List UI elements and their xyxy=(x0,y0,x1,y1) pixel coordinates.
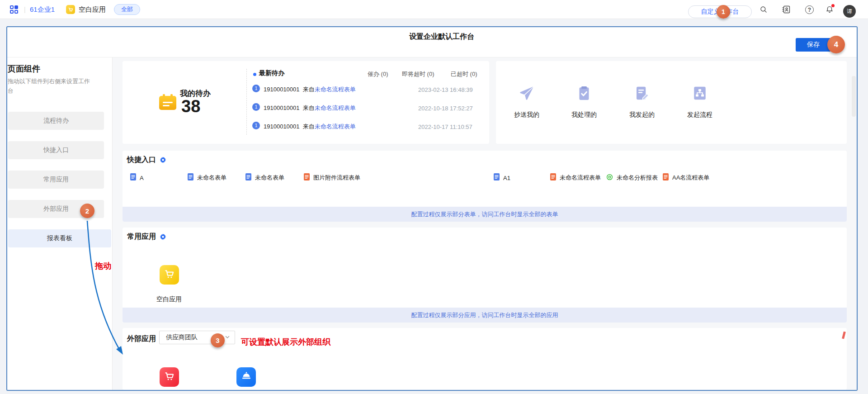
todo-code: 19100010001 xyxy=(264,86,300,93)
shortcut-label: 我处理的 xyxy=(561,111,607,119)
todo-from: 来自 xyxy=(303,104,315,111)
sidebar-item-label: 常用应用 xyxy=(43,176,69,184)
send-icon xyxy=(519,95,535,103)
bullet-dot xyxy=(253,73,256,76)
company-name[interactable]: 61企业1 xyxy=(30,5,55,14)
calendar-icon xyxy=(159,96,176,110)
form-file-icon xyxy=(550,173,556,182)
shortcut-initiated-by-me[interactable]: 我发起的 xyxy=(619,85,665,119)
quick-entry-item[interactable]: 未命名表单 xyxy=(188,174,226,182)
todo-form-link[interactable]: 未命名流程表单 xyxy=(315,123,356,130)
avatar[interactable]: 谭 xyxy=(843,5,856,18)
contacts-icon[interactable] xyxy=(781,5,791,14)
quick-entry-item[interactable]: 未命名流程表单 xyxy=(550,174,601,182)
row-count-badge: 1 xyxy=(252,85,260,92)
search-icon[interactable] xyxy=(759,5,769,14)
todo-time: 2022-10-17 11:10:57 xyxy=(418,123,472,130)
annotation-badge-4: 4 xyxy=(827,36,845,53)
todo-form-link[interactable]: 未命名流程表单 xyxy=(315,86,356,93)
navbar-separator: | xyxy=(24,6,26,13)
quick-entry-label: A xyxy=(140,175,144,181)
top-navbar: | 61企业1 空白应用 全部 自定义工作台 ? 谭 xyxy=(0,0,868,19)
todo-code: 19100010001 xyxy=(264,123,300,130)
quick-entry-label: 未命名流程表单 xyxy=(560,174,601,182)
drag-annotation-label: 拖动 xyxy=(95,261,111,271)
form-file-icon xyxy=(130,173,136,182)
shortcut-label: 发起流程 xyxy=(677,111,722,119)
quick-entry-label: A1 xyxy=(503,175,510,181)
latest-todo-label: 最新待办 xyxy=(259,69,284,77)
drag-arrow xyxy=(68,199,140,362)
shortcut-cc-to-me[interactable]: 抄送我的 xyxy=(504,85,549,119)
quick-entry-label: 未命名表单 xyxy=(197,174,226,182)
external-app-icon-red[interactable] xyxy=(160,367,179,387)
blank-app-icon[interactable] xyxy=(160,265,179,285)
todo-row[interactable]: 19100010001 来自未命名流程表单 xyxy=(264,123,356,131)
current-app-name[interactable]: 空白应用 xyxy=(79,5,106,14)
todo-row[interactable]: 19100010001 来自未命名流程表单 xyxy=(264,104,356,112)
sidebar-item-quick-entry[interactable]: 快捷入口 xyxy=(8,141,104,159)
notification-dot xyxy=(831,4,835,7)
form-file-icon xyxy=(663,173,669,182)
shortcut-label: 抄送我的 xyxy=(504,111,549,119)
tab-urge[interactable]: 催办 (0) xyxy=(368,70,388,78)
panel-scrollbar-thumb[interactable] xyxy=(852,76,856,117)
quick-entry-label: AA名流程表单 xyxy=(672,174,709,182)
sidebar-subtitle: 拖动以下组件到右侧来设置工作台 xyxy=(8,76,94,95)
todo-time: 2022-10-18 17:52:27 xyxy=(418,105,473,112)
cloche-icon xyxy=(241,370,252,384)
todo-form-link[interactable]: 未命名流程表单 xyxy=(315,104,356,111)
tab-about-to-timeout[interactable]: 即将超时 (0) xyxy=(402,70,434,78)
quick-entry-item[interactable]: AA名流程表单 xyxy=(663,174,709,182)
row-count-badge: 1 xyxy=(252,103,260,111)
quick-entry-item[interactable]: 未命名表单 xyxy=(245,174,284,182)
todo-count: 38 xyxy=(181,97,200,116)
annotation-badge-1: 1 xyxy=(717,5,730,19)
chevron-down-icon xyxy=(225,333,230,342)
annotation-badge-3: 3 xyxy=(211,333,225,347)
external-annotation-note: 可设置默认展示外部组织 xyxy=(241,337,330,347)
clipboard-check-icon xyxy=(576,95,592,103)
flow-chart-icon xyxy=(692,95,708,103)
shortcut-label: 我发起的 xyxy=(619,111,665,119)
todo-time: 2023-02-13 16:48:39 xyxy=(418,86,473,93)
todo-code: 19100010001 xyxy=(264,104,300,111)
form-file-icon xyxy=(188,173,193,182)
analysis-report-icon xyxy=(606,174,613,182)
quick-entry-item[interactable]: A1 xyxy=(494,174,510,182)
shortcut-handled-by-me[interactable]: 我处理的 xyxy=(561,85,607,119)
bell-icon[interactable] xyxy=(825,4,835,14)
common-app-label: 空白应用 xyxy=(151,295,187,304)
sidebar-item-common-apps[interactable]: 常用应用 xyxy=(8,171,104,189)
quick-entry-item[interactable]: 未命名分析报表 xyxy=(606,174,658,182)
gear-icon[interactable] xyxy=(160,233,166,242)
filter-all-pill[interactable]: 全部 xyxy=(114,4,140,15)
sidebar-item-process-todo[interactable]: 流程待办 xyxy=(8,112,104,130)
form-file-icon xyxy=(245,173,251,182)
external-app-icon-blue[interactable] xyxy=(236,367,256,387)
form-file-icon xyxy=(304,173,310,182)
quick-entry-item[interactable]: 图片附件流程表单 xyxy=(304,174,360,182)
sidebar-item-label: 快捷入口 xyxy=(43,146,69,154)
save-button[interactable]: 保存 xyxy=(796,38,831,52)
form-file-icon xyxy=(494,173,500,182)
doc-edit-icon xyxy=(634,95,650,103)
help-icon[interactable]: ? xyxy=(805,5,814,14)
current-app-icon[interactable] xyxy=(66,5,75,14)
shortcut-start-process[interactable]: 发起流程 xyxy=(677,85,722,119)
tab-timed-out[interactable]: 已超时 (0) xyxy=(451,70,477,78)
quick-entry-title: 快捷入口 xyxy=(127,155,156,165)
filter-all-label: 全部 xyxy=(121,5,133,14)
row-count-badge: 1 xyxy=(252,122,260,129)
quick-entry-label: 未命名表单 xyxy=(255,174,284,182)
todo-row[interactable]: 19100010001 来自未命名流程表单 xyxy=(264,85,356,94)
gear-icon[interactable] xyxy=(160,157,166,165)
apps-grid-icon[interactable] xyxy=(10,5,18,14)
sidebar-item-label: 外部应用 xyxy=(43,205,69,213)
quick-entry-label: 图片附件流程表单 xyxy=(313,174,360,182)
header-divider xyxy=(7,57,857,57)
dashed-divider xyxy=(246,69,247,135)
quick-entry-item[interactable]: A xyxy=(130,174,144,182)
common-apps-notice: 配置过程仅展示部分应用，访问工作台时显示全部的应用 xyxy=(123,308,847,323)
sidebar-item-label: 流程待办 xyxy=(43,117,69,125)
